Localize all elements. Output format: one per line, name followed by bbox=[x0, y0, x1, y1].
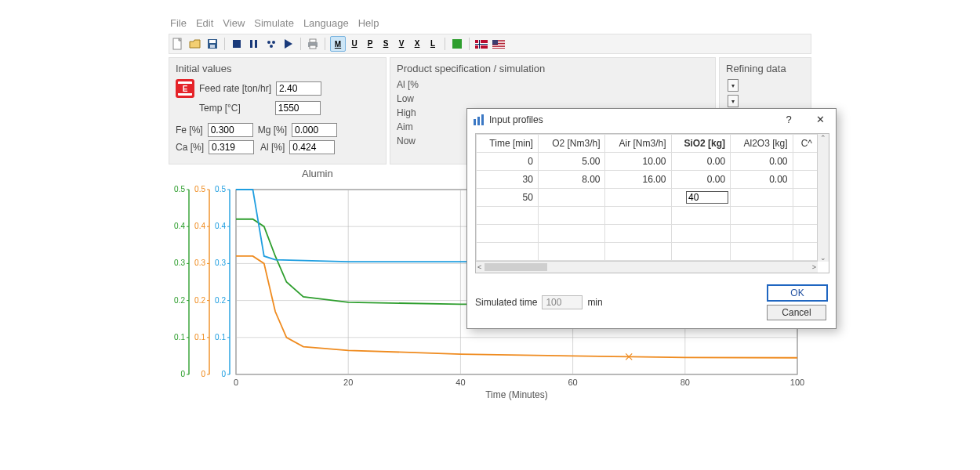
dialog-title: Input profiles bbox=[489, 114, 543, 125]
grid-cell[interactable]: 0 bbox=[477, 153, 539, 171]
grid-header[interactable]: Al2O3 [kg] bbox=[731, 135, 793, 153]
print-icon[interactable] bbox=[306, 37, 320, 51]
app-logo-icon: E bbox=[176, 79, 194, 98]
grid-header[interactable]: Air [Nm3/h] bbox=[605, 135, 671, 153]
svg-rect-25 bbox=[492, 40, 498, 45]
play-icon[interactable] bbox=[281, 37, 296, 51]
grid-row[interactable]: 308.0016.000.000.00 bbox=[477, 171, 818, 189]
toolbar: MUPSVXL bbox=[169, 34, 811, 54]
step-icon[interactable] bbox=[264, 37, 278, 51]
svg-point-7 bbox=[267, 41, 270, 44]
fe-input[interactable] bbox=[208, 123, 253, 137]
menu-file[interactable]: File bbox=[170, 17, 187, 29]
temp-input[interactable] bbox=[275, 101, 321, 115]
grid-row-empty[interactable] bbox=[477, 243, 818, 261]
panel-prodspec-title: Product specification / simulation bbox=[397, 63, 709, 74]
chart-view-l-button[interactable]: L bbox=[426, 36, 440, 50]
menu-simulate[interactable]: Simulate bbox=[254, 17, 294, 29]
grid-cell[interactable]: 0.00 bbox=[731, 153, 793, 171]
grid-cell[interactable] bbox=[793, 171, 817, 189]
menu-language[interactable]: Language bbox=[303, 17, 349, 29]
dialog-help-button[interactable]: ? bbox=[779, 114, 798, 125]
fe-label: Fe [%] bbox=[176, 125, 203, 136]
feed-rate-label: Feed rate [ton/hr] bbox=[199, 83, 271, 94]
new-icon[interactable] bbox=[171, 37, 185, 51]
flag-usa-icon[interactable] bbox=[492, 37, 506, 51]
grid-header[interactable]: SiO2 [kg] bbox=[671, 135, 731, 153]
refining-combo-1[interactable]: ▾ bbox=[728, 79, 739, 92]
chart-view-m-button[interactable]: M bbox=[330, 36, 346, 52]
feed-rate-input[interactable] bbox=[276, 81, 321, 96]
grid-row-empty[interactable] bbox=[477, 207, 818, 225]
grid-cell[interactable]: 30 bbox=[477, 171, 539, 189]
grid-cell[interactable] bbox=[793, 153, 817, 171]
simtime-label: Simulated time bbox=[475, 297, 537, 308]
dialog-input-profiles: Input profiles ? ✕ Time [min]O2 [Nm3/h]A… bbox=[466, 108, 837, 329]
stop-icon[interactable] bbox=[230, 37, 244, 51]
grid-cell[interactable] bbox=[793, 189, 817, 207]
ca-input[interactable] bbox=[209, 140, 254, 154]
grid-header[interactable]: O2 [Nm3/h] bbox=[538, 135, 605, 153]
grid-cell[interactable]: 0.00 bbox=[731, 171, 793, 189]
grid-cell[interactable] bbox=[605, 189, 671, 207]
svg-text:0.3: 0.3 bbox=[174, 258, 185, 267]
ok-button[interactable]: OK bbox=[767, 284, 828, 302]
grid-cell[interactable] bbox=[538, 189, 605, 207]
profiles-grid[interactable]: Time [min]O2 [Nm3/h]Air [Nm3/h]SiO2 [kg]… bbox=[475, 133, 829, 273]
svg-point-8 bbox=[272, 41, 275, 44]
mg-input[interactable] bbox=[292, 123, 337, 137]
grid-header[interactable]: Time [min] bbox=[477, 135, 539, 153]
grid-header[interactable]: C^ bbox=[793, 135, 817, 153]
grid-vertical-scrollbar[interactable]: ⌃⌄ bbox=[817, 134, 829, 262]
chart-view-u-button[interactable]: U bbox=[347, 36, 361, 50]
chart-view-v-button[interactable]: V bbox=[394, 36, 408, 50]
grid-cell[interactable]: 0.00 bbox=[671, 153, 731, 171]
svg-text:0.4: 0.4 bbox=[215, 222, 226, 230]
refining-combo-2[interactable]: ▾ bbox=[728, 95, 739, 107]
svg-text:0.2: 0.2 bbox=[215, 296, 226, 305]
dialog-titlebar[interactable]: Input profiles ? ✕ bbox=[467, 109, 836, 130]
menubar: File Edit View Simulate Language Help bbox=[169, 16, 811, 34]
chart-view-p-button[interactable]: P bbox=[363, 36, 377, 50]
grid-cell[interactable]: 5.00 bbox=[538, 153, 605, 171]
cancel-button[interactable]: Cancel bbox=[767, 305, 826, 320]
prodspec-row-al: Al [% bbox=[397, 79, 709, 90]
svg-text:60: 60 bbox=[568, 378, 577, 387]
grid-cell[interactable]: 8.00 bbox=[538, 171, 605, 189]
flag-norway-icon[interactable] bbox=[474, 37, 488, 51]
grid-cell[interactable]: 50 bbox=[477, 189, 539, 207]
svg-rect-23 bbox=[492, 45, 505, 46]
svg-rect-18 bbox=[475, 44, 488, 45]
grid-cell[interactable]: 0.00 bbox=[671, 171, 731, 189]
svg-rect-86 bbox=[477, 117, 480, 125]
hscroll-thumb[interactable] bbox=[485, 263, 547, 271]
svg-rect-87 bbox=[481, 114, 484, 125]
app-window: File Edit View Simulate Language Help bbox=[169, 16, 811, 439]
grid-cell-editing[interactable] bbox=[686, 191, 728, 204]
grid-cell[interactable]: 10.00 bbox=[605, 153, 671, 171]
svg-text:0.5: 0.5 bbox=[174, 185, 185, 193]
menu-edit[interactable]: Edit bbox=[196, 17, 213, 29]
chart-buttons: MUPSVXL bbox=[330, 36, 440, 52]
grid-row-empty[interactable] bbox=[477, 225, 818, 243]
grid-cell[interactable] bbox=[671, 189, 731, 207]
svg-rect-4 bbox=[233, 40, 241, 48]
grid-cell[interactable] bbox=[731, 189, 793, 207]
grid-cell[interactable]: 16.00 bbox=[605, 171, 671, 189]
al-input[interactable] bbox=[289, 140, 335, 154]
chart-view-x-button[interactable]: X bbox=[410, 36, 424, 50]
menu-help[interactable]: Help bbox=[358, 17, 379, 29]
pause-icon[interactable] bbox=[247, 37, 261, 51]
grid-row[interactable]: 05.0010.000.000.00 bbox=[477, 153, 818, 171]
menu-view[interactable]: View bbox=[223, 17, 245, 29]
grid-row[interactable]: 50 bbox=[477, 189, 818, 207]
svg-text:0.5: 0.5 bbox=[215, 185, 226, 193]
run-green-icon[interactable] bbox=[450, 37, 464, 51]
chart-view-s-button[interactable]: S bbox=[379, 36, 393, 50]
chart-title-partial: Alumin bbox=[302, 168, 333, 179]
open-icon[interactable] bbox=[188, 37, 202, 51]
grid-horizontal-scrollbar[interactable]: <> bbox=[476, 261, 818, 273]
dialog-close-button[interactable]: ✕ bbox=[811, 114, 829, 125]
save-icon[interactable] bbox=[205, 37, 220, 51]
svg-text:100: 100 bbox=[790, 378, 804, 387]
